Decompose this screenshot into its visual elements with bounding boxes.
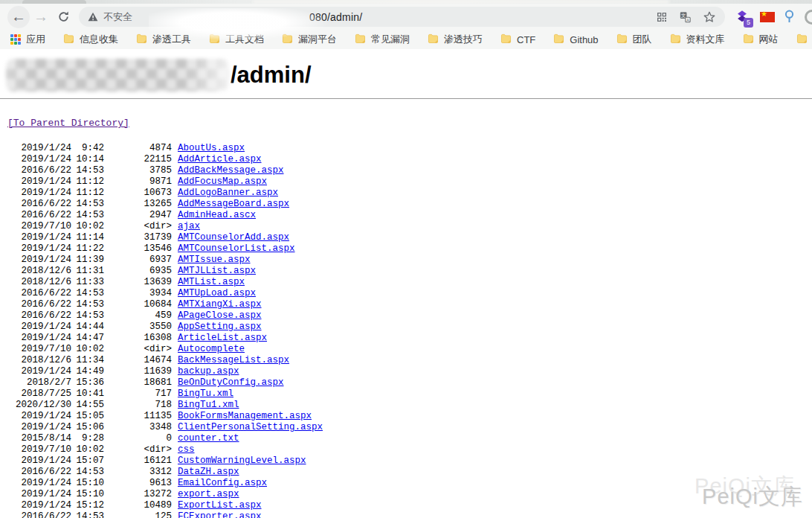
forward-icon: →	[33, 8, 48, 25]
listing-row: 2019/7/1010:02<dir>css	[7, 444, 812, 455]
pin-extension-icon[interactable]	[784, 10, 794, 25]
address-bar[interactable]: 不安全 080/admin/ 文 A	[79, 7, 725, 27]
bookmark-folder-7[interactable]: CTF	[500, 33, 535, 45]
file-link[interactable]: AddFocusMap.aspx	[178, 176, 267, 187]
file-link[interactable]: FCExporter.aspx	[178, 511, 262, 518]
to-parent-directory-link[interactable]: [To Parent Directory]	[7, 118, 129, 129]
file-size: 13546	[104, 243, 172, 255]
file-link[interactable]: AddBackMessage.aspx	[178, 165, 284, 176]
file-link[interactable]: AMTCounselorAdd.aspx	[178, 232, 289, 243]
bookmark-apps[interactable]: 应用	[10, 33, 45, 46]
listing-row: 2019/7/1010:02<dir>ajax	[7, 221, 812, 232]
file-time: 14:53	[71, 210, 104, 221]
folder-icon	[500, 33, 512, 45]
bookmark-label: CTF	[517, 34, 535, 45]
bookmark-star-icon[interactable]	[703, 10, 716, 24]
bookmark-label: 团队	[633, 33, 652, 46]
file-link[interactable]: AddArticle.aspx	[178, 154, 262, 164]
file-link[interactable]: APageClose.aspx	[178, 310, 262, 321]
file-time: 14:47	[71, 333, 104, 344]
file-link[interactable]: counter.txt	[178, 433, 239, 444]
file-link[interactable]: AboutUs.aspx	[178, 143, 245, 153]
listing-row: 2019/1/2414:4911639backup.aspx	[7, 366, 812, 377]
file-size: 22115	[104, 154, 172, 165]
file-date: 2015/8/14	[7, 433, 71, 444]
svg-text:A: A	[686, 17, 689, 22]
bookmark-folder-4[interactable]: 漏洞平台	[282, 33, 337, 46]
file-date: 2019/1/24	[7, 143, 71, 154]
file-size: 3785	[104, 165, 172, 176]
bookmark-folder-12[interactable]: 编程	[796, 33, 812, 46]
file-size: 11639	[104, 366, 172, 377]
profile-avatar[interactable]	[805, 10, 812, 25]
file-date: 2018/12/6	[7, 277, 71, 288]
file-link[interactable]: AppSetting.aspx	[178, 322, 262, 332]
refresh-button[interactable]	[52, 6, 74, 28]
bookmark-folder-5[interactable]: 常见漏洞	[355, 33, 410, 46]
file-link[interactable]: ExportList.aspx	[178, 500, 262, 511]
listing-row: 2019/1/2410:1422115AddArticle.aspx	[7, 154, 812, 165]
file-link[interactable]: EmailConfig.aspx	[178, 478, 267, 488]
listing-row: 2019/1/2415:1210489ExportList.aspx	[7, 500, 812, 511]
file-link[interactable]: DataZH.aspx	[178, 467, 239, 477]
file-date: 2019/1/24	[7, 322, 71, 333]
proxy-extension-icon[interactable]: 5	[734, 9, 750, 25]
bookmark-folder-6[interactable]: 渗透技巧	[428, 33, 483, 46]
url-redacted-gap	[132, 16, 309, 17]
file-link[interactable]: BackMessageList.aspx	[178, 355, 289, 365]
bookmarks-bar: 应用 信息收集渗透工具工具文档漏洞平台常见漏洞渗透技巧CTFGithub团队资料…	[0, 30, 812, 49]
dir-link[interactable]: Autocomplete	[178, 344, 245, 354]
translate-icon[interactable]: 文 A	[679, 11, 692, 23]
file-link[interactable]: AMTList.aspx	[178, 277, 245, 287]
file-link[interactable]: AMTXiangXi.aspx	[178, 299, 262, 310]
file-link[interactable]: AMTCounselorList.aspx	[178, 243, 295, 254]
file-time: 14:53	[71, 467, 104, 478]
bookmark-folder-10[interactable]: 资料文库	[670, 33, 725, 46]
file-time: 15:36	[71, 377, 104, 388]
file-date: 2019/1/24	[7, 489, 71, 500]
file-size: <dir>	[104, 221, 172, 232]
file-link[interactable]: CustomWarningLevel.aspx	[178, 455, 306, 466]
listing-row: 2018/12/611:3313639AMTList.aspx	[7, 277, 812, 288]
file-date: 2019/1/24	[7, 333, 71, 344]
bookmark-folder-3[interactable]: 工具文档	[209, 33, 264, 46]
file-link[interactable]: AddLogoBanner.aspx	[178, 188, 278, 198]
file-link[interactable]: BingTu1.xml	[178, 400, 239, 410]
dir-link[interactable]: ajax	[178, 221, 200, 231]
directory-listing: 2019/1/249:424874AboutUs.aspx2019/1/2410…	[0, 143, 812, 518]
flag-extension-icon[interactable]: ★	[760, 12, 775, 22]
file-link[interactable]: AMTUpLoad.aspx	[178, 288, 256, 298]
security-label: 不安全	[103, 10, 132, 24]
file-time: 11:12	[71, 188, 104, 199]
bookmark-folder-11[interactable]: 网站	[743, 33, 779, 46]
file-link[interactable]: ArticleList.aspx	[178, 333, 267, 343]
back-button[interactable]: ←	[7, 6, 30, 28]
file-link[interactable]: AMTJLList.aspx	[178, 266, 256, 276]
file-time: 14:53	[71, 299, 104, 310]
forward-button[interactable]: →	[30, 6, 52, 28]
file-link[interactable]: BingTu.xml	[178, 388, 233, 399]
file-date: 2016/6/22	[7, 210, 71, 221]
listing-row: 2019/1/2415:109613EmailConfig.aspx	[7, 478, 812, 489]
bookmark-folder-8[interactable]: Github	[553, 33, 598, 45]
file-size: 11135	[104, 411, 172, 422]
bookmark-folder-2[interactable]: 渗透工具	[136, 33, 191, 46]
bookmark-label: 信息收集	[80, 33, 118, 46]
file-link[interactable]: ClientPersonalSetting.aspx	[178, 422, 323, 432]
file-date: 2016/6/22	[7, 299, 71, 310]
file-link[interactable]: backup.aspx	[178, 366, 239, 377]
extension-badge: 5	[744, 18, 753, 28]
file-link[interactable]: BeOnDutyConfig.aspx	[178, 377, 284, 388]
file-link[interactable]: AdminHead.ascx	[178, 210, 256, 220]
qr-code-icon[interactable]	[656, 11, 668, 23]
file-size: 717	[104, 388, 172, 400]
bookmark-folder-1[interactable]: 信息收集	[63, 33, 118, 46]
bookmark-folder-9[interactable]: 团队	[616, 33, 652, 46]
file-link[interactable]: AddMessageBoard.aspx	[178, 199, 289, 209]
file-link[interactable]: AMTIssue.aspx	[178, 255, 251, 265]
dir-link[interactable]: css	[178, 444, 195, 455]
file-link[interactable]: export.aspx	[178, 489, 239, 499]
extensions-area: 5 ★	[734, 9, 805, 25]
file-link[interactable]: BookFormsManagement.aspx	[178, 411, 312, 421]
hostname-redaction-blur	[6, 59, 229, 92]
